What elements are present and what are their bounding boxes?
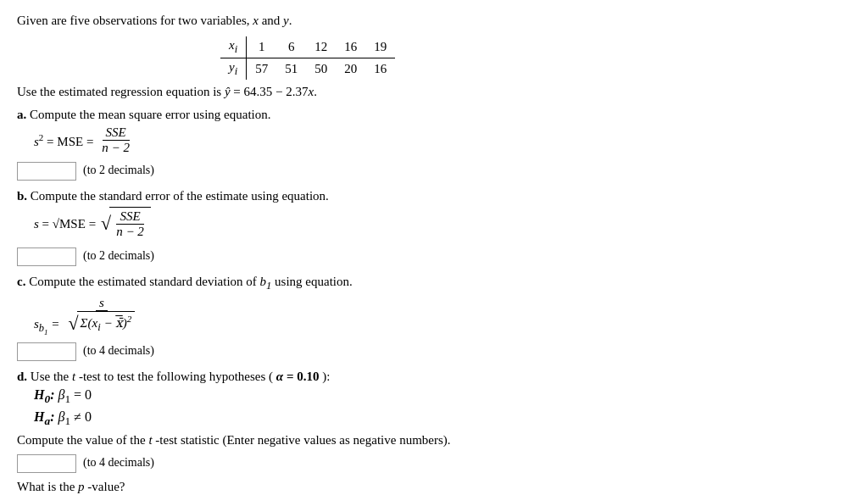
part-d-text: d. Use the t -test to test the following… <box>17 370 851 384</box>
ha-label: Ha: <box>34 409 54 424</box>
x-val-2: 6 <box>276 36 306 58</box>
part-b-num: SSE <box>116 209 143 225</box>
part-c-input[interactable] <box>17 342 76 361</box>
intro-vars: x and y. <box>253 14 292 27</box>
part-d-section: d. Use the t -test to test the following… <box>17 370 851 495</box>
y-val-2: 51 <box>276 58 306 81</box>
part-b-formula: s = √MSE = √ SSE n − 2 <box>34 207 851 241</box>
part-b-sqrt-content: SSE n − 2 <box>109 207 151 241</box>
y-val-5: 16 <box>365 58 395 81</box>
pvalue-question: What is the p -value? <box>17 480 851 494</box>
part-b-input[interactable] <box>17 248 76 266</box>
part-c-label: c. <box>17 275 25 288</box>
part-c-den: √ Σ(xi − x̄)2 <box>64 311 138 336</box>
part-a-formula: s2 = MSE = SSE n − 2 <box>34 125 851 155</box>
ha-expr: β1 ≠ 0 <box>58 409 91 424</box>
part-d-tstat-input[interactable] <box>17 454 76 473</box>
part-c-text: c. Compute the estimated standard deviat… <box>17 275 851 292</box>
part-c-fraction: s √ Σ(xi − x̄)2 <box>64 296 138 336</box>
part-c-formula: sb1 = s √ Σ(xi − x̄)2 <box>34 296 851 336</box>
part-a-lhs: s2 = MSE = <box>34 132 93 149</box>
part-b-den: n − 2 <box>113 225 147 239</box>
y-val-1: 57 <box>247 58 277 81</box>
part-b-label: b. <box>17 189 27 203</box>
t-text2: t <box>148 433 152 447</box>
part-a-input-row: (to 2 decimals) <box>17 159 851 182</box>
part-b-section: b. Compute the standard error of the est… <box>17 189 851 268</box>
part-a-hint: (to 2 decimals) <box>83 164 154 177</box>
part-b-input-row: (to 2 decimals) <box>17 244 851 268</box>
part-d-alpha: α = 0.10 <box>276 370 320 383</box>
part-a-num: SSE <box>103 125 130 141</box>
part-d-tstat-input-row: (to 4 decimals) <box>17 451 851 475</box>
y-val-4: 20 <box>336 58 365 81</box>
part-b-lhs: s = √MSE = <box>34 217 96 231</box>
part-d-hint: (to 4 decimals) <box>83 456 154 470</box>
intro-given: Given are five observations for two vari… <box>17 14 250 27</box>
data-table: xi 1 6 12 16 19 yi 57 51 50 20 16 <box>220 36 395 80</box>
part-b-hint: (to 2 decimals) <box>83 249 154 263</box>
part-a-input[interactable] <box>17 162 76 181</box>
regression-equation-text: Use the estimated regression equation is… <box>17 85 851 99</box>
part-a-label: a. <box>17 108 26 121</box>
table-y-row: yi 57 51 50 20 16 <box>220 58 395 81</box>
part-c-lhs: sb1 = <box>34 317 59 336</box>
x-val-5: 19 <box>365 36 395 58</box>
x-val-1: 1 <box>247 36 277 58</box>
part-c-b1: b1 <box>260 275 272 288</box>
ha-hypothesis: Ha: β1 ≠ 0 <box>34 409 851 428</box>
part-a-den: n − 2 <box>98 141 133 155</box>
x-val-4: 16 <box>336 36 365 58</box>
part-d-t: t <box>72 370 75 383</box>
part-b-fraction: SSE n − 2 <box>113 209 147 239</box>
part-c-section: c. Compute the estimated standard deviat… <box>17 275 851 363</box>
part-a-text: a. Compute the mean square error using e… <box>17 108 851 122</box>
x-val-3: 12 <box>306 36 336 58</box>
part-d-label: d. <box>17 370 27 383</box>
part-a-section: a. Compute the mean square error using e… <box>17 108 851 182</box>
part-b-text: b. Compute the standard error of the est… <box>17 189 851 203</box>
h0-expr: β1 = 0 <box>58 387 92 402</box>
part-a-fraction: SSE n − 2 <box>98 125 133 155</box>
compute-tstat-text: Compute the value of the t -test statist… <box>17 433 851 448</box>
intro-text: Given are five observations for two vari… <box>17 14 851 28</box>
y-val-3: 50 <box>306 58 336 81</box>
yi-label: yi <box>220 58 247 81</box>
p-text: p <box>78 480 85 493</box>
part-c-num: s <box>96 296 108 311</box>
part-c-hint: (to 4 decimals) <box>83 344 154 358</box>
table-header-row: xi 1 6 12 16 19 <box>220 36 395 58</box>
part-b-sqrt: √ SSE n − 2 <box>101 207 151 241</box>
xi-label: xi <box>220 36 247 58</box>
part-c-input-row: (to 4 decimals) <box>17 339 851 363</box>
h0-label: H0: <box>34 387 54 402</box>
part-c-sum-expr: Σ(xi − x̄)2 <box>81 316 132 330</box>
h0-hypothesis: H0: β1 = 0 <box>34 387 851 406</box>
